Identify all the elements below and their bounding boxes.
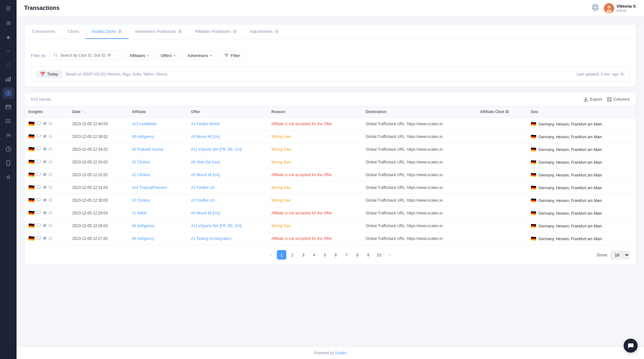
sidebar-icon-list[interactable]: [3, 115, 14, 127]
svg-rect-59: [37, 160, 41, 162]
avatar-image: [604, 3, 614, 13]
sidebar-icon-settings[interactable]: ⚙: [3, 171, 14, 183]
robot-icon-3: [48, 160, 52, 165]
today-button[interactable]: 📅 Today: [36, 70, 62, 78]
cell-destination-2: Global Trafficback URL: https://www.scal…: [362, 143, 476, 156]
filter-button[interactable]: Filter: [220, 51, 245, 60]
globe-icon[interactable]: [592, 4, 599, 12]
hamburger-menu[interactable]: ☰: [6, 5, 11, 12]
cell-affiliate-1: #8 AdAgency: [128, 130, 187, 143]
sidebar-icon-transactions[interactable]: [3, 87, 14, 99]
svg-rect-104: [37, 224, 41, 226]
offer-link-1[interactable]: #5 Mount M [UA]: [191, 134, 220, 139]
cell-insights-7: 🇩🇪: [24, 207, 68, 219]
columns-button[interactable]: Columns: [607, 97, 630, 102]
advertisers-postbacks-info-icon[interactable]: ℹ: [178, 29, 182, 34]
affiliates-postbacks-info-icon[interactable]: ℹ: [233, 29, 237, 34]
refresh-icon[interactable]: ↻: [620, 72, 624, 77]
offer-link-9[interactable]: #1 Testing of integration: [191, 236, 232, 241]
cell-affiliate-3: #2 Clickixs: [128, 156, 187, 169]
affiliate-link-6[interactable]: #2 Clickixs: [132, 198, 150, 203]
sidebar-icon-user[interactable]: ○: [3, 45, 14, 57]
sidebar-icon-briefcase[interactable]: □: [3, 59, 14, 71]
offers-dropdown[interactable]: Offers ▾: [157, 51, 179, 60]
page-7-button[interactable]: 7: [342, 250, 351, 260]
page-1-button[interactable]: 1: [277, 250, 286, 260]
cell-offer-6: #2 FavBet UA: [187, 194, 268, 207]
offer-link-8[interactable]: #11 eSports Bet [FR, BE, CH]: [191, 224, 242, 228]
adjustments-info-icon[interactable]: ℹ: [274, 29, 279, 34]
page-3-button[interactable]: 3: [298, 250, 308, 260]
offer-link-4[interactable]: #5 Mount M [UA]: [191, 173, 220, 177]
affiliate-link-3[interactable]: #2 Clickixs: [132, 160, 150, 164]
svg-point-75: [51, 174, 52, 175]
advertisers-dropdown[interactable]: Advertisers ▾: [183, 51, 216, 60]
robot-icon-9: [48, 236, 52, 241]
offer-link-7[interactable]: #5 Mount M [UA]: [191, 211, 220, 215]
cell-destination-6: Global Trafficback URL: https://www.scal…: [362, 194, 476, 207]
sidebar-icon-clock[interactable]: [3, 143, 14, 155]
cell-geo-6: 🇩🇪 Germany, Hessen, Frankfurt am Main: [527, 194, 636, 207]
page-6-button[interactable]: 6: [331, 250, 340, 260]
search-input-wrapper[interactable]: [49, 51, 122, 60]
table-actions: Export Columns: [584, 97, 630, 102]
sidebar-icon-card[interactable]: [3, 101, 14, 113]
offer-link-3[interactable]: #8 Vbet [All Geo]: [191, 160, 220, 164]
svg-point-48: [51, 136, 52, 137]
prev-page-button[interactable]: ‹: [266, 250, 276, 260]
sidebar: ☰ ⊞ ◈ ○ □ ✉ ⚙: [0, 0, 17, 359]
page-5-button[interactable]: 5: [320, 250, 330, 260]
sidebar-icon-tags[interactable]: ◈: [3, 31, 14, 43]
offer-link-5[interactable]: #2 FavBet UA: [191, 185, 215, 190]
cell-affiliate-9: #8 AdAgency: [128, 232, 187, 245]
brand-link[interactable]: Scaleo: [335, 351, 347, 355]
sidebar-icon-mail[interactable]: ✉: [3, 129, 14, 141]
affiliate-link-8[interactable]: #8 AdAgency: [132, 224, 154, 228]
geo-flag-icon-5: 🇩🇪: [531, 185, 536, 190]
affiliate-link-4[interactable]: #2 Clickixs: [132, 173, 150, 177]
export-button[interactable]: Export: [584, 97, 602, 102]
desktop-icon-8: [37, 223, 41, 228]
offer-link-0[interactable]: #3 FavBet World: [191, 122, 220, 126]
affiliate-link-1[interactable]: #8 AdAgency: [132, 134, 154, 139]
show-select[interactable]: 10 25 50 100: [611, 251, 630, 259]
page-10-button[interactable]: 10: [374, 250, 384, 260]
sidebar-icon-chart[interactable]: [3, 73, 14, 85]
affiliates-dropdown[interactable]: Affiliates ▾: [125, 51, 153, 60]
last-updated: Last updated: 0 min. ago ↻: [577, 72, 624, 77]
invalid-clicks-info-icon[interactable]: ℹ: [118, 29, 122, 34]
geo-text-7: Germany, Hessen, Frankfurt am Main: [538, 211, 602, 216]
affiliate-link-0[interactable]: #13 LiveMedia: [132, 122, 157, 126]
page-8-button[interactable]: 8: [353, 250, 362, 260]
page-2-button[interactable]: 2: [288, 250, 297, 260]
svg-rect-95: [37, 211, 41, 213]
offer-link-6[interactable]: #2 FavBet UA: [191, 198, 215, 203]
affiliate-link-7[interactable]: #1 AdMe: [132, 211, 147, 215]
table-header-row: Insights Date ↑↓ Affiliate Offer Reason …: [24, 106, 636, 118]
affiliate-link-5[interactable]: #14 TropicalPartners: [132, 185, 167, 190]
affiliate-link-2[interactable]: #5 Prakesh Kumar: [132, 147, 163, 152]
tab-conversions[interactable]: Conversions: [26, 25, 61, 39]
sidebar-icon-dashboard[interactable]: ⊞: [3, 17, 14, 29]
svg-rect-6: [6, 106, 11, 107]
tab-adjustments[interactable]: Adjustments ℹ: [243, 25, 285, 39]
offer-link-2[interactable]: #11 eSports Bet [FR, BE, CH]: [191, 147, 242, 152]
cell-click-id-3: [476, 156, 527, 169]
chat-button[interactable]: [624, 339, 638, 353]
sidebar-icon-mobile[interactable]: [3, 157, 14, 169]
tab-clicks[interactable]: Clicks: [61, 25, 85, 39]
tab-invalid-clicks[interactable]: Invalid Clicks ℹ: [85, 25, 129, 39]
desktop-icon-7: [37, 211, 41, 215]
svg-point-18: [592, 4, 598, 11]
apple-icon-7: [43, 211, 46, 216]
affiliate-link-9[interactable]: #8 AdAgency: [132, 236, 154, 241]
svg-point-92: [50, 200, 50, 200]
col-date[interactable]: Date ↑↓: [68, 106, 128, 118]
next-page-button[interactable]: ›: [385, 250, 395, 260]
page-4-button[interactable]: 4: [309, 250, 319, 260]
tab-advertisers-postbacks[interactable]: Advertisers Postbacks ℹ: [129, 25, 189, 39]
tab-affiliates-postbacks[interactable]: Affiliates Postbacks ℹ: [188, 25, 243, 39]
user-avatar[interactable]: Viktoria V. Admin: [604, 3, 636, 13]
page-9-button[interactable]: 9: [363, 250, 373, 260]
search-field[interactable]: [60, 53, 117, 58]
